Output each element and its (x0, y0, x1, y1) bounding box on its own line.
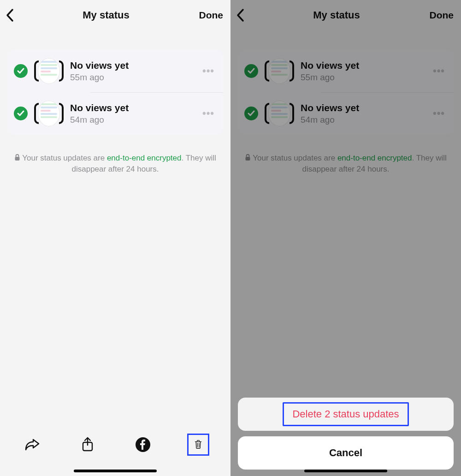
encryption-prefix: Your status updates are (253, 154, 337, 162)
delete-confirm-label: Delete 2 status updates (283, 402, 408, 426)
trash-icon (194, 436, 202, 452)
page-title: My status (22, 9, 190, 21)
delete-button[interactable] (187, 434, 209, 456)
encryption-notice: Your status updates are end-to-end encry… (0, 153, 230, 175)
status-time-label: 54m ago (70, 115, 193, 125)
status-item[interactable]: No views yet 54m ago ••• (7, 92, 223, 135)
facebook-icon (135, 436, 151, 453)
more-options-button[interactable]: ••• (430, 107, 448, 119)
status-item[interactable]: No views yet 55m ago ••• (7, 50, 223, 92)
header: My status Done (0, 0, 230, 30)
status-text: No views yet 55m ago (70, 60, 193, 82)
selected-check-icon[interactable] (14, 107, 28, 120)
status-thumbnail (265, 56, 294, 86)
status-list: No views yet 55m ago ••• No views yet 54… (7, 50, 223, 135)
lock-icon (14, 154, 20, 164)
status-time-label: 55m ago (301, 72, 423, 83)
status-views-label: No views yet (70, 102, 193, 113)
forward-arrow-icon (24, 438, 40, 451)
status-thumbnail (265, 99, 294, 128)
encryption-notice: Your status updates are end-to-end encry… (230, 153, 461, 175)
home-indicator (304, 470, 387, 472)
action-sheet: Delete 2 status updates Cancel (238, 398, 454, 470)
status-views-label: No views yet (301, 102, 423, 113)
cancel-label: Cancel (329, 447, 362, 459)
bottom-toolbar (0, 425, 230, 476)
lock-icon (245, 154, 251, 164)
status-views-label: No views yet (70, 60, 193, 71)
screen-status-edit: My status Done No views yet 55m ago ••• (0, 0, 230, 476)
status-list: No views yet 55m ago ••• No views yet 54… (238, 50, 454, 135)
done-button[interactable]: Done (420, 10, 454, 21)
selected-check-icon[interactable] (244, 64, 258, 78)
status-text: No views yet 54m ago (70, 102, 193, 125)
done-button[interactable]: Done (190, 10, 223, 21)
status-views-label: No views yet (301, 60, 423, 71)
forward-button[interactable] (21, 434, 43, 456)
encryption-prefix: Your status updates are (22, 154, 107, 162)
delete-confirm-button[interactable]: Delete 2 status updates (238, 398, 454, 431)
status-thumbnail (34, 56, 64, 86)
chevron-left-icon (236, 8, 245, 22)
encryption-link[interactable]: end-to-end encrypted (107, 154, 182, 162)
status-thumbnail (34, 99, 64, 128)
screen-delete-confirm: My status Done No views yet 55m ago ••• (230, 0, 461, 476)
more-options-button[interactable]: ••• (199, 107, 218, 119)
selected-check-icon[interactable] (244, 107, 258, 120)
back-button[interactable] (236, 8, 253, 22)
svg-rect-3 (246, 157, 250, 161)
share-icon (81, 437, 94, 452)
status-item[interactable]: No views yet 55m ago ••• (238, 50, 454, 92)
chevron-left-icon (6, 8, 15, 22)
share-button[interactable] (77, 434, 99, 456)
more-options-button[interactable]: ••• (430, 65, 448, 77)
svg-rect-0 (15, 157, 20, 161)
encryption-link[interactable]: end-to-end encrypted (337, 154, 412, 162)
more-options-button[interactable]: ••• (199, 65, 218, 77)
header: My status Done (230, 0, 461, 30)
back-button[interactable] (6, 8, 22, 22)
page-title: My status (253, 9, 420, 21)
facebook-share-button[interactable] (132, 434, 154, 456)
status-time-label: 55m ago (70, 72, 193, 83)
status-text: No views yet 55m ago (301, 60, 423, 82)
status-item[interactable]: No views yet 54m ago ••• (238, 92, 454, 135)
cancel-button[interactable]: Cancel (238, 436, 454, 470)
status-time-label: 54m ago (301, 115, 423, 125)
home-indicator (74, 470, 157, 472)
selected-check-icon[interactable] (14, 64, 28, 78)
status-text: No views yet 54m ago (301, 102, 423, 125)
